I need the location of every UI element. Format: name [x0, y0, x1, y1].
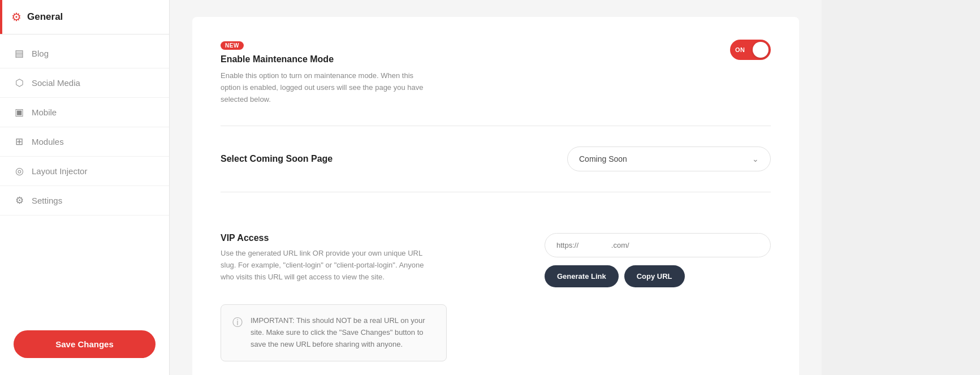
sidebar-item-modules-label: Modules	[32, 137, 64, 146]
vip-section: VIP Access Use the generated URL link OR…	[221, 213, 771, 361]
vip-description: Use the generated URL link OR provide yo…	[221, 248, 435, 283]
layout-injector-icon: ◎	[14, 165, 25, 177]
coming-soon-section: Select Coming Soon Page Coming Soon ⌄	[221, 146, 771, 192]
sidebar-item-social-media-label: Social Media	[32, 78, 80, 88]
maintenance-row: NEW Enable Maintenance Mode Enable this …	[221, 40, 771, 105]
maintenance-toggle[interactable]: ON	[730, 40, 771, 60]
notice-box: ⓘ IMPORTANT: This should NOT be a real U…	[221, 304, 447, 361]
toggle-on-label: ON	[735, 46, 745, 53]
chevron-down-icon: ⌄	[752, 154, 759, 163]
sidebar-item-mobile[interactable]: ▣ Mobile	[0, 98, 169, 127]
sidebar-item-layout-injector-label: Layout Injector	[32, 166, 87, 176]
sidebar-item-modules[interactable]: ⊞ Modules	[0, 127, 169, 157]
url-input-row	[545, 233, 771, 257]
sidebar-item-settings-label: Settings	[32, 196, 62, 205]
maintenance-left: NEW Enable Maintenance Mode Enable this …	[221, 40, 707, 105]
maintenance-section: NEW Enable Maintenance Mode Enable this …	[221, 40, 771, 126]
social-media-icon: ⬡	[14, 77, 25, 89]
save-changes-button[interactable]: Save Changes	[14, 330, 156, 358]
sidebar-item-blog[interactable]: ▤ Blog	[0, 39, 169, 68]
sidebar-save-area: Save Changes	[0, 319, 169, 375]
copy-url-button[interactable]: Copy URL	[624, 265, 685, 287]
right-spacer	[822, 0, 980, 375]
coming-soon-row: Select Coming Soon Page Coming Soon ⌄	[221, 146, 771, 171]
maintenance-toggle-area: ON	[730, 40, 771, 60]
coming-soon-label: Select Coming Soon Page	[221, 154, 333, 164]
vip-title: VIP Access	[221, 233, 522, 243]
sidebar-item-mobile-label: Mobile	[32, 107, 57, 117]
vip-buttons: Generate Link Copy URL	[545, 265, 771, 287]
sidebar-item-layout-injector[interactable]: ◎ Layout Injector	[0, 157, 169, 186]
coming-soon-select[interactable]: Coming Soon ⌄	[567, 146, 771, 171]
modules-icon: ⊞	[14, 136, 25, 148]
maintenance-title: Enable Maintenance Mode	[221, 54, 707, 64]
vip-row: VIP Access Use the generated URL link OR…	[221, 233, 771, 287]
info-icon: ⓘ	[232, 316, 243, 329]
settings-icon: ⚙	[14, 195, 25, 206]
sidebar-item-settings[interactable]: ⚙ Settings	[0, 186, 169, 215]
toggle-track: ON	[730, 40, 771, 60]
blog-icon: ▤	[14, 48, 25, 59]
sidebar-nav: ▤ Blog ⬡ Social Media ▣ Mobile ⊞ Modules…	[0, 35, 169, 319]
vip-left: VIP Access Use the generated URL link OR…	[221, 233, 522, 283]
sidebar-header: ⚙ General	[0, 0, 169, 35]
generate-link-button[interactable]: Generate Link	[545, 265, 619, 287]
vip-url-input[interactable]	[545, 233, 771, 257]
select-control[interactable]: Coming Soon ⌄	[567, 146, 771, 171]
main-content: NEW Enable Maintenance Mode Enable this …	[170, 0, 822, 375]
sidebar-item-social-media[interactable]: ⬡ Social Media	[0, 68, 169, 98]
sidebar-item-blog-label: Blog	[32, 49, 49, 58]
general-icon: ⚙	[11, 10, 21, 24]
sidebar-title: General	[27, 11, 63, 23]
new-badge: NEW	[221, 41, 244, 50]
vip-right: Generate Link Copy URL	[545, 233, 771, 287]
notice-text: IMPORTANT: This should NOT be a real URL…	[251, 315, 435, 350]
maintenance-description: Enable this option to turn on maintenanc…	[221, 70, 435, 105]
toggle-thumb	[753, 42, 769, 58]
content-panel: NEW Enable Maintenance Mode Enable this …	[192, 17, 799, 375]
select-value: Coming Soon	[579, 154, 627, 163]
mobile-icon: ▣	[14, 106, 25, 118]
sidebar: ⚙ General ▤ Blog ⬡ Social Media ▣ Mobile…	[0, 0, 170, 375]
